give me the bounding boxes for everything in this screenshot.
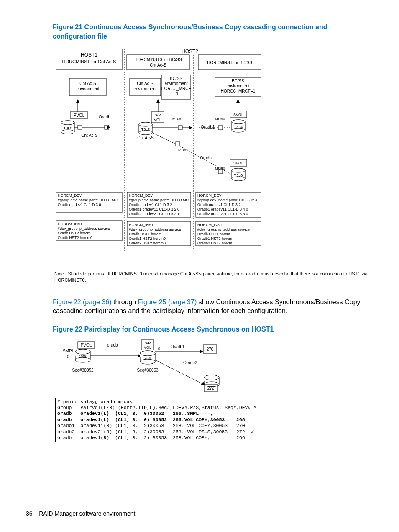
svg-text:Cnt Ac-S: Cnt Ac-S [150, 63, 166, 67]
svg-text:Oradb  oradev1  CL1-D 3 2: Oradb oradev1 CL1-D 3 2 [197, 203, 241, 207]
svg-point-70 [232, 120, 245, 124]
svg-text:0: 0 [158, 347, 160, 351]
svg-text:Oradb1    HST2     horcm0: Oradb1 HST2 horcm0 [129, 236, 166, 241]
svg-text:Oradb     HST1     horcm: Oradb HST1 horcm [129, 232, 161, 236]
svg-text:Oradb  oradev1 CL1-D 3 0: Oradb oradev1 CL1-D 3 0 [58, 203, 101, 207]
svg-text:Cnt Ac-S: Cnt Ac-S [137, 81, 153, 86]
link-figure-22[interactable]: Figure 22 (page 36) [53, 298, 112, 306]
svg-text:Seq#30052: Seq#30052 [72, 368, 94, 373]
svg-text:Oradb  oradev1  CL1-D 3 2: Oradb oradev1 CL1-D 3 2 [129, 203, 172, 207]
svg-text:SVOL: SVOL [233, 113, 243, 117]
svg-text:HORCMINST for BC/SS: HORCMINST for BC/SS [207, 60, 252, 65]
svg-text:BC/SS: BC/SS [170, 76, 182, 81]
svg-text:SVOL: SVOL [233, 161, 243, 165]
svg-point-36 [61, 130, 74, 134]
svg-text:S/P: S/P [155, 113, 161, 117]
svg-text:HORCC_MRCF: HORCC_MRCF [161, 86, 191, 91]
page-footer: 36 RAID Manager software environment [26, 510, 135, 517]
svg-point-53 [139, 122, 152, 126]
svg-text:Oradb2    HST2     horcm: Oradb2 HST2 horcm [197, 241, 232, 245]
svg-text:HORCMINST0 for BC/SS: HORCMINST0 for BC/SS [134, 57, 182, 62]
svg-rect-42 [78, 125, 82, 129]
svg-text:Seq#30053: Seq#30053 [137, 368, 159, 373]
svg-text:Oradb2 oradev21 CL1-D 3 6 0: Oradb2 oradev21 CL1-D 3 6 0 [197, 212, 248, 216]
svg-text:PVOL: PVOL [81, 343, 92, 347]
page-number: 36 [26, 510, 33, 517]
svg-text:oradb: oradb [107, 343, 118, 347]
footer-title: RAID Manager software environment [39, 510, 135, 517]
svg-text:SMPL: SMPL [63, 349, 74, 353]
svg-text:environment: environment [76, 87, 99, 91]
svg-text:Oradb1    HST2     horcm: Oradb1 HST2 horcm [197, 236, 232, 241]
svg-text:HORCM_INST: HORCM_INST [129, 223, 154, 227]
svg-point-85 [232, 168, 245, 172]
svg-text:Oradb1: Oradb1 [201, 125, 215, 129]
svg-text:MU#0: MU#0 [172, 117, 182, 121]
svg-text:272: 272 [207, 386, 215, 391]
svg-text:Cnt Ac-S: Cnt Ac-S [81, 133, 98, 138]
svg-text:environment: environment [164, 81, 187, 86]
svg-point-129 [75, 349, 90, 354]
svg-text:0: 0 [67, 355, 69, 359]
svg-text:PVOL: PVOL [74, 113, 85, 118]
svg-text:MU#0: MU#0 [215, 117, 225, 121]
svg-text:#dev_group  ip_address  servic: #dev_group ip_address service [58, 226, 110, 231]
svg-text:MU#0: MU#0 [215, 166, 225, 170]
svg-text:HORCM_DEV: HORCM_DEV [129, 193, 153, 198]
svg-point-38 [61, 121, 74, 125]
svg-text:BC/SS: BC/SS [232, 79, 244, 83]
svg-text:#group dev_name port# TID LU M: #group dev_name port# TID LU MU [58, 198, 118, 202]
svg-text:T3L0: T3L0 [64, 126, 72, 130]
svg-text:HORCC_MRCF=1: HORCC_MRCF=1 [221, 89, 256, 93]
svg-text:Oradb     HST2     horcm: Oradb HST2 horcm [58, 231, 90, 235]
figure-22-code: # pairdisplayg oradb-m cas Group PairVol… [55, 398, 261, 442]
svg-marker-27 [76, 99, 79, 103]
svg-text:Cnt Ac-S: Cnt Ac-S [79, 81, 96, 86]
svg-point-158 [204, 375, 219, 380]
svg-text:S/P: S/P [145, 341, 151, 345]
svg-text:Oradb2 oradev21 CL1-D 3 2 1: Oradb2 oradev21 CL1-D 3 2 1 [129, 212, 179, 216]
svg-text:#group dev_name port# TID LU M: #group dev_name port# TID LU MU [197, 198, 257, 202]
figure-21-diagram: HOST1 HORCMINST for Cnt Ac-S HOST2 HORCM… [53, 46, 304, 263]
svg-marker-147 [200, 350, 203, 353]
svg-text:HORCM_DEV: HORCM_DEV [58, 193, 82, 198]
svg-text:Oradb: Oradb [200, 156, 212, 160]
svg-text:T3L6: T3L6 [234, 173, 243, 177]
svg-text:Oradb     HST2     horcm0: Oradb HST2 horcm0 [58, 236, 92, 240]
svg-marker-59 [189, 126, 192, 129]
svg-text:HORCMINST for Cnt Ac-S: HORCMINST for Cnt Ac-S [62, 59, 116, 64]
svg-text:VOL: VOL [154, 118, 161, 122]
svg-rect-63 [218, 126, 223, 130]
figure-21-note: Note : Shadede portions : If HORCMINST0 … [54, 271, 372, 283]
figure-21-title: Figure 21 Continuous Access Synchronous/… [53, 23, 372, 41]
svg-text:266: 266 [79, 355, 87, 359]
svg-text:HOST2: HOST2 [182, 49, 198, 54]
svg-text:T3L4: T3L4 [234, 125, 243, 129]
svg-line-72 [152, 133, 178, 145]
svg-text:Oradb1 oradev11 CL1-D 3 2 0: Oradb1 oradev11 CL1-D 3 2 0 [129, 207, 179, 211]
svg-text:#dev_group  ip_address  servic: #dev_group ip_address service [197, 227, 250, 231]
svg-rect-58 [178, 126, 182, 130]
svg-text:VOL: VOL [144, 345, 151, 350]
svg-text:T3L2: T3L2 [141, 127, 150, 131]
svg-text:HORCM_DEV: HORCM_DEV [197, 193, 222, 198]
svg-text:HORCM_INST: HORCM_INST [58, 222, 83, 226]
svg-text:Oradb2: Oradb2 [183, 360, 197, 365]
link-figure-25[interactable]: Figure 25 (page 37) [138, 298, 197, 306]
svg-text:=1: =1 [174, 91, 179, 96]
svg-text:Oradb1: Oradb1 [171, 344, 185, 349]
svg-marker-29 [156, 99, 160, 103]
body-paragraph: Figure 22 (page 36) through Figure 25 (p… [53, 298, 372, 316]
svg-text:270: 270 [207, 347, 214, 352]
svg-text:HOST1: HOST1 [81, 52, 97, 58]
svg-text:Oradb1 oradev11 CL1-D 3 4 0: Oradb1 oradev11 CL1-D 3 4 0 [197, 207, 248, 211]
svg-text:environment: environment [133, 87, 156, 91]
svg-text:HORCM_INST: HORCM_INST [197, 223, 223, 227]
figure-22-title: Figure 22 Pairdisplay for Continuous Acc… [53, 325, 372, 334]
svg-text:#group dev_name port# TID LU M: #group dev_name port# TID LU MU [129, 198, 189, 202]
svg-text:#dev_group  ip_address  servic: #dev_group ip_address service [129, 227, 181, 231]
svg-text:Oradb     HST1     horcm: Oradb HST1 horcm [197, 232, 230, 236]
svg-text:environment: environment [226, 84, 249, 88]
svg-text:Oradb: Oradb [99, 115, 110, 119]
svg-point-141 [140, 351, 155, 356]
